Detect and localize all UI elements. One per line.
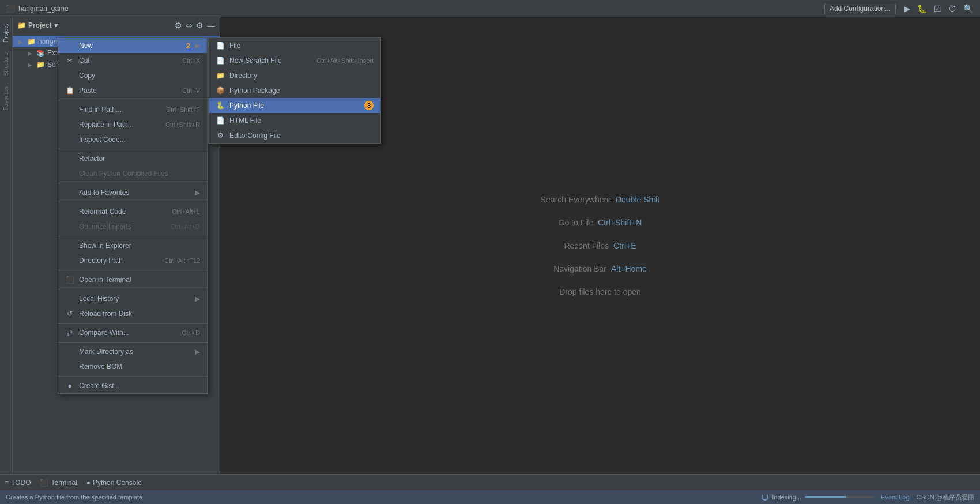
clean-icon <box>65 169 74 178</box>
menu-item-find-path[interactable]: Find in Path... Ctrl+Shift+F <box>58 102 207 117</box>
indexing-text: Indexing... <box>772 494 801 501</box>
menu-item-show-explorer[interactable]: Show in Explorer <box>58 238 207 253</box>
menu-item-create-gist[interactable]: ● Create Gist... <box>58 378 207 393</box>
sidebar-item-favorites[interactable]: Favorites <box>2 82 10 115</box>
separator-2 <box>58 149 207 149</box>
menu-item-local-history[interactable]: Local History ▶ <box>58 291 207 306</box>
menu-item-inspect-code[interactable]: Inspect Code... <box>58 132 207 147</box>
title-bar: ⬛ hangman_game Add Configuration... ▶ 🐛 … <box>0 0 980 17</box>
menu-item-refactor[interactable]: Refactor <box>58 151 207 166</box>
settings-icon[interactable]: ⚙ <box>196 21 203 30</box>
terminal-button[interactable]: ⬛ Terminal <box>40 479 77 487</box>
submenu-item-python-file[interactable]: 🐍 Python File 3 <box>209 98 380 113</box>
menu-item-reload-disk[interactable]: ↺ Reload from Disk <box>58 306 207 321</box>
panel-header: 📁 Project ▾ ⚙ ⇔ ⚙ — <box>13 17 220 33</box>
python-console-button[interactable]: ● Python Console <box>86 479 142 487</box>
editorconfig-icon: ⚙ <box>216 131 225 140</box>
submenu-item-file[interactable]: 📄 File <box>209 38 380 53</box>
hide-icon[interactable]: — <box>207 21 215 30</box>
panel-title: 📁 Project ▾ <box>17 21 170 29</box>
submenu-item-python-package[interactable]: 📦 Python Package <box>209 83 380 98</box>
dir-icon: 📁 <box>216 71 225 80</box>
separator-1 <box>58 100 207 100</box>
library-icon: 📚 <box>36 48 45 58</box>
menu-item-replace-path[interactable]: Replace in Path... Ctrl+Shift+R <box>58 117 207 132</box>
separator-6 <box>58 270 207 270</box>
menu-item-directory-path[interactable]: Directory Path Ctrl+Alt+F12 <box>58 253 207 268</box>
todo-button[interactable]: ≡ TODO <box>5 479 31 487</box>
html-icon: 📄 <box>216 116 225 125</box>
reformat-icon <box>65 207 74 216</box>
replace-icon <box>65 120 74 129</box>
menu-item-paste[interactable]: 📋 Paste Ctrl+V <box>58 83 207 98</box>
compare-icon: ⇄ <box>65 328 74 337</box>
python-file-icon: 🐍 <box>216 101 225 110</box>
coverage-icon[interactable]: ☑ <box>933 3 943 14</box>
find-icon <box>65 105 74 114</box>
submenu-item-scratch[interactable]: 📄 New Scratch File Ctrl+Alt+Shift+Insert <box>209 53 380 68</box>
submenu-item-editorconfig[interactable]: ⚙ EditorConfig File <box>209 128 380 143</box>
hint-shortcut-recent: Ctrl+E <box>613 241 636 250</box>
submenu-item-directory[interactable]: 📁 Directory <box>209 68 380 83</box>
sidebar-item-project[interactable]: Project <box>2 20 10 47</box>
submenu-item-html[interactable]: 📄 HTML File <box>209 113 380 128</box>
app-title: hangman_game <box>18 5 824 13</box>
menu-item-reformat[interactable]: Reformat Code Ctrl+Alt+L <box>58 204 207 219</box>
separator-9 <box>58 342 207 343</box>
menu-item-compare-with[interactable]: ⇄ Compare With... Ctrl+D <box>58 325 207 340</box>
bottom-toolbar: ≡ TODO ⬛ Terminal ● Python Console <box>0 474 980 490</box>
new-submenu: 📄 File 📄 New Scratch File Ctrl+Alt+Shift… <box>208 37 381 144</box>
context-menu: New 2 ▶ ✂ Cut Ctrl+X Copy 📋 Paste Ctrl+V… <box>58 37 208 394</box>
status-left-text: Creates a Python file from the specified… <box>6 494 755 501</box>
menu-item-cut[interactable]: ✂ Cut Ctrl+X <box>58 53 207 68</box>
mark-icon <box>65 347 74 356</box>
reload-icon: ↺ <box>65 309 74 318</box>
search-title-icon[interactable]: 🔍 <box>962 3 974 14</box>
separator-4 <box>58 202 207 202</box>
menu-item-mark-dir[interactable]: Mark Directory as ▶ <box>58 344 207 359</box>
status-bar: Creates a Python file from the specified… <box>0 490 980 504</box>
indexing-spinner <box>762 494 768 501</box>
bom-icon <box>65 362 74 371</box>
inspect-icon <box>65 135 74 144</box>
hint-shortcut-nav: Alt+Home <box>611 264 647 273</box>
menu-item-add-favorites[interactable]: Add to Favorites ▶ <box>58 185 207 200</box>
run-icon[interactable]: ▶ <box>903 3 911 14</box>
nav-bar-hint: Navigation Bar Alt+Home <box>553 264 647 273</box>
folder-icon: 📁 <box>17 21 26 29</box>
hint-shortcut-search: Double Shift <box>616 195 659 204</box>
status-center: Indexing... <box>762 494 874 501</box>
debug-icon[interactable]: 🐛 <box>916 3 928 14</box>
sidebar-icons: Project Structure Favorites <box>0 17 13 474</box>
app-icon: ⬛ <box>6 4 15 13</box>
go-to-file-hint: Go to File Ctrl+Shift+N <box>559 218 642 227</box>
menu-item-new[interactable]: New 2 ▶ <box>58 38 207 53</box>
add-config-button[interactable]: Add Configuration... <box>824 3 896 14</box>
menu-item-remove-bom[interactable]: Remove BOM <box>58 359 207 374</box>
copy-icon <box>65 71 74 80</box>
separator-10 <box>58 376 207 377</box>
drop-hint: Drop files here to open <box>559 287 641 296</box>
paste-icon: 📋 <box>65 86 74 95</box>
optimize-icon <box>65 222 74 231</box>
panel-dropdown-icon[interactable]: ▾ <box>54 21 58 29</box>
menu-item-open-terminal[interactable]: ⬛ Open in Terminal <box>58 272 207 287</box>
collapse-icon[interactable]: ⇔ <box>186 21 193 30</box>
file-icon: 📄 <box>216 41 225 50</box>
title-bar-right: Add Configuration... ▶ 🐛 ☑ ⏱ 🔍 <box>824 3 974 14</box>
sidebar-item-structure[interactable]: Structure <box>2 48 10 81</box>
progress-fill <box>805 496 846 498</box>
sync-icon[interactable]: ⚙ <box>175 21 182 30</box>
package-icon: 📦 <box>216 86 225 95</box>
event-log-link[interactable]: Event Log <box>881 494 910 501</box>
recent-files-hint: Recent Files Ctrl+E <box>564 241 636 250</box>
tree-arrow-scratch: ▶ <box>27 61 33 68</box>
python-console-icon: ● <box>86 479 91 487</box>
scratch-folder-icon: 📁 <box>36 60 45 69</box>
menu-item-copy[interactable]: Copy <box>58 68 207 83</box>
dir-path-icon <box>65 256 74 265</box>
profile-icon[interactable]: ⏱ <box>947 3 958 14</box>
progress-bar <box>805 496 874 498</box>
menu-item-optimize-imports: Optimize Imports Ctrl+Alt+O <box>58 219 207 234</box>
gist-icon: ● <box>65 381 74 390</box>
